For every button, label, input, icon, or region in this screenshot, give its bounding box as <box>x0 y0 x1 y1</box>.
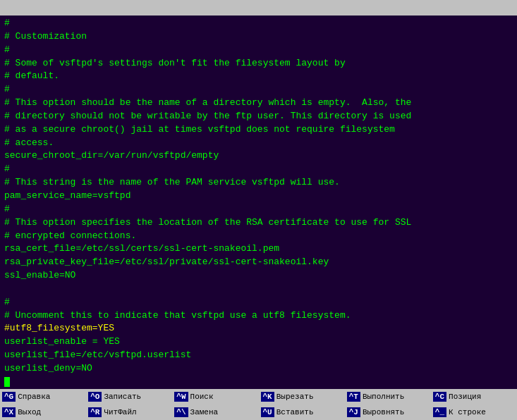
editor-line: rsa_cert_file=/etc/ssl/certs/ssl-cert-sn… <box>4 243 279 254</box>
status-bar: ^GСправка^OЗаписать^WПоиск^KВырезать^TВы… <box>0 389 517 420</box>
status-item-1-5[interactable]: ^_К строке <box>431 407 517 418</box>
key-label: Записать <box>104 393 141 401</box>
editor-line: userlist_enable = YES <box>4 336 120 347</box>
editor-area[interactable]: # # Customization # # Some of vsftpd's s… <box>0 16 517 389</box>
key-label: Справка <box>18 393 50 401</box>
key-label: Поиск <box>190 393 214 401</box>
editor-line: pam_service_name=vsftpd <box>4 190 130 201</box>
status-item-1-1[interactable]: ^RЧитФайл <box>86 407 172 418</box>
editor-line: secure_chroot_dir=/var/run/vsftpd/empty <box>4 150 219 161</box>
status-item-0-3[interactable]: ^KВырезать <box>259 391 345 402</box>
key-badge: ^X <box>2 407 16 417</box>
editor-line: # encrypted connections. <box>4 230 136 241</box>
status-item-0-2[interactable]: ^WПоиск <box>172 391 258 402</box>
editor-line: # This option should be the name of a di… <box>4 97 411 108</box>
editor-line: # as a secure chroot() jail at times vsf… <box>4 124 395 135</box>
cursor <box>4 377 10 387</box>
editor-line: # <box>4 84 10 94</box>
editor-line: # Customization <box>4 31 87 42</box>
key-badge: ^W <box>174 392 188 402</box>
editor-line: # Uncomment this to indicate that vsftpd… <box>4 310 351 321</box>
editor-line: # access. <box>4 137 54 148</box>
key-badge: ^O <box>88 392 102 402</box>
editor-line: # <box>4 18 10 28</box>
status-item-1-4[interactable]: ^JВыровнять <box>345 407 431 418</box>
editor-line: rsa_private_key_file=/etc/ssl/private/ss… <box>4 257 329 267</box>
editor-line: # Some of vsftpd's settings don't fit th… <box>4 58 346 68</box>
key-badge: ^_ <box>433 407 446 417</box>
status-item-1-0[interactable]: ^XВыход <box>0 407 86 418</box>
title-bar <box>0 0 517 16</box>
editor-line: userlist_deny=NO <box>4 363 92 373</box>
editor-line: # This string is the name of the PAM ser… <box>4 177 340 187</box>
key-label: Замена <box>190 408 219 416</box>
key-label: К строке <box>449 408 486 416</box>
key-label: Вставить <box>276 408 314 416</box>
status-item-1-3[interactable]: ^UВставить <box>259 407 345 418</box>
editor-line <box>4 376 10 387</box>
editor-line: # <box>4 163 10 174</box>
editor-line: # <box>4 297 10 307</box>
status-item-1-2[interactable]: ^\Замена <box>172 407 258 418</box>
key-badge: ^J <box>347 407 360 417</box>
key-label: Выровнять <box>363 408 404 416</box>
key-badge: ^R <box>88 407 102 417</box>
key-badge: ^K <box>261 392 274 402</box>
key-label: Позиция <box>449 393 481 401</box>
status-item-0-1[interactable]: ^OЗаписать <box>86 391 172 402</box>
editor-line: userlist_file=/etc/vsftpd.userlist <box>4 350 191 360</box>
key-badge: ^U <box>261 407 274 417</box>
status-row-1: ^XВыход^RЧитФайл^\Замена^UВставить^JВыро… <box>0 407 517 418</box>
editor-line: #utf8_filesystem=YES <box>4 323 114 333</box>
key-badge: ^G <box>2 392 16 402</box>
editor-line: ssl_enable=NO <box>4 270 75 280</box>
key-label: Выполнить <box>363 393 404 401</box>
editor-line: # directory should not be writable by th… <box>4 111 411 121</box>
status-item-0-5[interactable]: ^CПозиция <box>431 391 517 402</box>
key-label: Выход <box>18 408 41 416</box>
key-label: ЧитФайл <box>104 408 136 416</box>
key-badge: ^\ <box>174 407 188 417</box>
key-badge: ^C <box>433 392 446 402</box>
editor-line: # <box>4 204 10 214</box>
key-label: Вырезать <box>276 393 314 401</box>
editor-line: # <box>4 44 10 55</box>
status-item-0-4[interactable]: ^TВыполнить <box>345 391 431 402</box>
key-badge: ^T <box>347 392 360 402</box>
status-row-0: ^GСправка^OЗаписать^WПоиск^KВырезать^TВы… <box>0 391 517 402</box>
editor-line: # This option specifies the location of … <box>4 217 411 228</box>
status-item-0-0[interactable]: ^GСправка <box>0 391 86 402</box>
editor-line: # default. <box>4 70 59 81</box>
